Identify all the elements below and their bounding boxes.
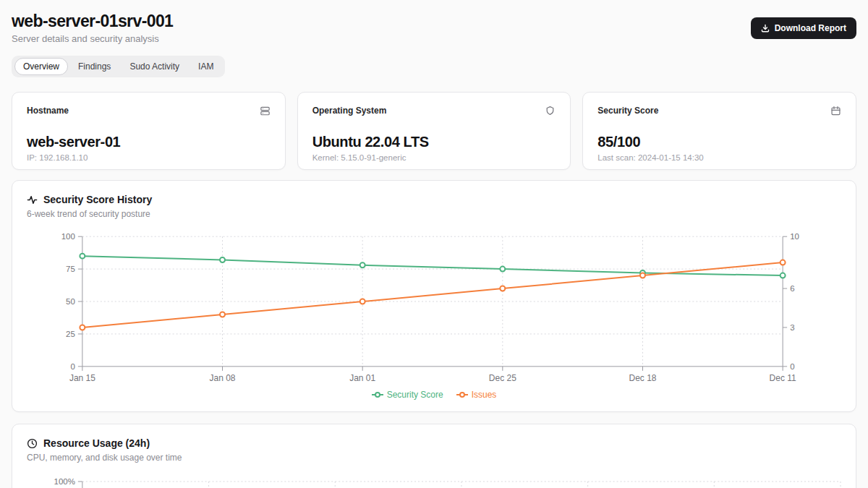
page-header-text: web-server-01srv-001 Server details and …: [12, 12, 173, 44]
page-title: web-server-01srv-001: [12, 12, 173, 30]
svg-text:0: 0: [70, 362, 75, 371]
svg-text:Jan 01: Jan 01: [349, 373, 375, 383]
hostname-ip: IP: 192.168.1.10: [27, 153, 271, 162]
svg-text:3: 3: [790, 323, 794, 332]
security-chart-subtitle: 6-week trend of security posture: [27, 209, 841, 219]
operating-system-card: Operating System Ubuntu 22.04 LTS Kernel…: [297, 92, 571, 170]
legend-marker-icon: [456, 391, 468, 398]
hostname-value: web-server-01: [27, 134, 271, 150]
svg-text:100: 100: [61, 233, 75, 241]
stat-cards-row: Hostname web-server-01 IP: 192.168.1.10 …: [12, 92, 856, 170]
security-score-lastscan: Last scan: 2024-01-15 14:30: [597, 153, 841, 162]
tab-overview[interactable]: Overview: [14, 58, 68, 75]
svg-text:Dec 11: Dec 11: [770, 373, 796, 383]
resource-chart-title: Resource Usage (24h): [43, 437, 150, 449]
svg-text:Jan 15: Jan 15: [69, 373, 95, 383]
chart-legend: Security ScoreIssues: [27, 388, 841, 401]
activity-icon: [27, 194, 38, 205]
os-value: Ubuntu 22.04 LTS: [312, 134, 556, 150]
svg-text:Dec 25: Dec 25: [489, 373, 516, 383]
clock-icon: [27, 438, 38, 449]
server-details-page: web-server-01srv-001 Server details and …: [0, 0, 868, 488]
tab-iam[interactable]: IAM: [190, 58, 222, 75]
download-icon: [761, 24, 770, 33]
security-score-history-chart: 025507510003610Jan 15Jan 08Jan 01Dec 25D…: [27, 231, 841, 385]
svg-text:50: 50: [66, 297, 75, 306]
resource-usage-panel: Resource Usage (24h) CPU, memory, and di…: [12, 424, 856, 488]
svg-text:25: 25: [66, 330, 75, 338]
legend-item: Issues: [456, 390, 497, 400]
resource-chart-subtitle: CPU, memory, and disk usage over time: [27, 453, 841, 463]
server-icon: [260, 106, 271, 119]
tab-sudo-activity[interactable]: Sudo Activity: [121, 58, 188, 75]
os-kernel: Kernel: 5.15.0-91-generic: [312, 153, 556, 162]
security-score-card: Security Score 85/100 Last scan: 2024-01…: [582, 92, 856, 170]
svg-text:10: 10: [790, 233, 799, 241]
page-header: web-server-01srv-001 Server details and …: [12, 12, 856, 44]
security-chart-title: Security Score History: [43, 194, 152, 205]
legend-item: Security Score: [372, 390, 443, 400]
legend-marker-icon: [372, 391, 383, 398]
download-report-button[interactable]: Download Report: [751, 17, 856, 39]
security-score-card-label: Security Score: [597, 106, 658, 116]
calendar-icon: [830, 106, 841, 119]
resource-usage-chart: 100%: [27, 474, 841, 488]
svg-text:0: 0: [790, 362, 794, 371]
security-score-value: 85/100: [597, 134, 841, 150]
os-card-label: Operating System: [312, 106, 387, 116]
hostname-card-label: Hostname: [27, 106, 69, 116]
download-report-label: Download Report: [775, 23, 846, 33]
svg-text:Jan 08: Jan 08: [210, 373, 236, 383]
svg-text:Dec 18: Dec 18: [629, 373, 657, 383]
shield-icon: [545, 106, 556, 119]
tab-findings[interactable]: Findings: [69, 58, 119, 75]
svg-text:6: 6: [790, 284, 794, 293]
hostname-card: Hostname web-server-01 IP: 192.168.1.10: [12, 92, 286, 170]
svg-text:100%: 100%: [54, 477, 75, 486]
svg-text:75: 75: [66, 265, 75, 274]
page-subtitle: Server details and security analysis: [12, 33, 173, 44]
tab-bar: Overview Findings Sudo Activity IAM: [12, 56, 225, 77]
security-score-history-panel: Security Score History 6-week trend of s…: [12, 180, 856, 412]
